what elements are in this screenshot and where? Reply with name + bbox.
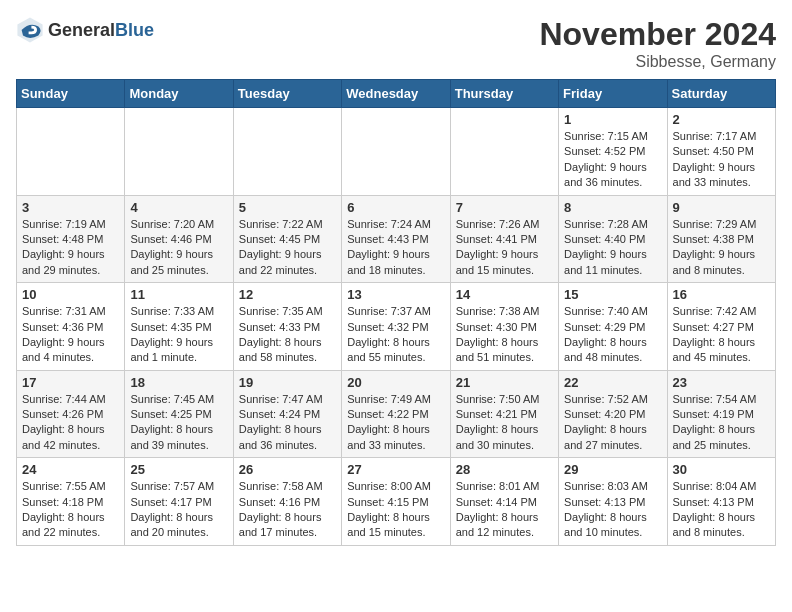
- calendar-cell: 3Sunrise: 7:19 AM Sunset: 4:48 PM Daylig…: [17, 195, 125, 283]
- calendar-cell: 23Sunrise: 7:54 AM Sunset: 4:19 PM Dayli…: [667, 370, 775, 458]
- page-header: GeneralBlue November 2024 Sibbesse, Germ…: [16, 16, 776, 71]
- calendar-cell: [125, 108, 233, 196]
- calendar-cell: 15Sunrise: 7:40 AM Sunset: 4:29 PM Dayli…: [559, 283, 667, 371]
- day-info: Sunrise: 7:20 AM Sunset: 4:46 PM Dayligh…: [130, 217, 227, 279]
- day-number: 22: [564, 375, 661, 390]
- calendar-week-row: 24Sunrise: 7:55 AM Sunset: 4:18 PM Dayli…: [17, 458, 776, 546]
- day-info: Sunrise: 8:03 AM Sunset: 4:13 PM Dayligh…: [564, 479, 661, 541]
- day-info: Sunrise: 7:28 AM Sunset: 4:40 PM Dayligh…: [564, 217, 661, 279]
- calendar-cell: 19Sunrise: 7:47 AM Sunset: 4:24 PM Dayli…: [233, 370, 341, 458]
- month-title: November 2024: [539, 16, 776, 53]
- day-number: 11: [130, 287, 227, 302]
- day-number: 16: [673, 287, 770, 302]
- day-info: Sunrise: 7:26 AM Sunset: 4:41 PM Dayligh…: [456, 217, 553, 279]
- day-number: 24: [22, 462, 119, 477]
- calendar-cell: 10Sunrise: 7:31 AM Sunset: 4:36 PM Dayli…: [17, 283, 125, 371]
- day-number: 26: [239, 462, 336, 477]
- logo-icon: [16, 16, 44, 44]
- day-number: 13: [347, 287, 444, 302]
- calendar-cell: 21Sunrise: 7:50 AM Sunset: 4:21 PM Dayli…: [450, 370, 558, 458]
- day-info: Sunrise: 7:15 AM Sunset: 4:52 PM Dayligh…: [564, 129, 661, 191]
- calendar-cell: 27Sunrise: 8:00 AM Sunset: 4:15 PM Dayli…: [342, 458, 450, 546]
- logo: GeneralBlue: [16, 16, 154, 44]
- day-info: Sunrise: 7:42 AM Sunset: 4:27 PM Dayligh…: [673, 304, 770, 366]
- calendar-cell: 16Sunrise: 7:42 AM Sunset: 4:27 PM Dayli…: [667, 283, 775, 371]
- day-number: 19: [239, 375, 336, 390]
- calendar-cell: 9Sunrise: 7:29 AM Sunset: 4:38 PM Daylig…: [667, 195, 775, 283]
- title-block: November 2024 Sibbesse, Germany: [539, 16, 776, 71]
- calendar-week-row: 17Sunrise: 7:44 AM Sunset: 4:26 PM Dayli…: [17, 370, 776, 458]
- calendar-week-row: 3Sunrise: 7:19 AM Sunset: 4:48 PM Daylig…: [17, 195, 776, 283]
- day-info: Sunrise: 7:50 AM Sunset: 4:21 PM Dayligh…: [456, 392, 553, 454]
- day-of-week-header: Sunday: [17, 80, 125, 108]
- day-info: Sunrise: 7:37 AM Sunset: 4:32 PM Dayligh…: [347, 304, 444, 366]
- calendar-cell: 28Sunrise: 8:01 AM Sunset: 4:14 PM Dayli…: [450, 458, 558, 546]
- day-number: 14: [456, 287, 553, 302]
- day-info: Sunrise: 7:33 AM Sunset: 4:35 PM Dayligh…: [130, 304, 227, 366]
- day-number: 15: [564, 287, 661, 302]
- day-number: 17: [22, 375, 119, 390]
- day-info: Sunrise: 7:17 AM Sunset: 4:50 PM Dayligh…: [673, 129, 770, 191]
- day-info: Sunrise: 7:31 AM Sunset: 4:36 PM Dayligh…: [22, 304, 119, 366]
- calendar-cell: [450, 108, 558, 196]
- day-of-week-header: Saturday: [667, 80, 775, 108]
- day-number: 12: [239, 287, 336, 302]
- day-info: Sunrise: 7:22 AM Sunset: 4:45 PM Dayligh…: [239, 217, 336, 279]
- calendar-cell: 1Sunrise: 7:15 AM Sunset: 4:52 PM Daylig…: [559, 108, 667, 196]
- calendar-cell: 29Sunrise: 8:03 AM Sunset: 4:13 PM Dayli…: [559, 458, 667, 546]
- calendar-cell: 4Sunrise: 7:20 AM Sunset: 4:46 PM Daylig…: [125, 195, 233, 283]
- day-number: 29: [564, 462, 661, 477]
- day-number: 6: [347, 200, 444, 215]
- day-number: 25: [130, 462, 227, 477]
- day-info: Sunrise: 7:54 AM Sunset: 4:19 PM Dayligh…: [673, 392, 770, 454]
- location-title: Sibbesse, Germany: [539, 53, 776, 71]
- day-number: 5: [239, 200, 336, 215]
- calendar-cell: 25Sunrise: 7:57 AM Sunset: 4:17 PM Dayli…: [125, 458, 233, 546]
- day-info: Sunrise: 7:45 AM Sunset: 4:25 PM Dayligh…: [130, 392, 227, 454]
- day-number: 1: [564, 112, 661, 127]
- logo-text-general: General: [48, 20, 115, 40]
- calendar-cell: 22Sunrise: 7:52 AM Sunset: 4:20 PM Dayli…: [559, 370, 667, 458]
- calendar-cell: [233, 108, 341, 196]
- day-info: Sunrise: 8:00 AM Sunset: 4:15 PM Dayligh…: [347, 479, 444, 541]
- day-of-week-header: Thursday: [450, 80, 558, 108]
- day-info: Sunrise: 7:24 AM Sunset: 4:43 PM Dayligh…: [347, 217, 444, 279]
- calendar-cell: 26Sunrise: 7:58 AM Sunset: 4:16 PM Dayli…: [233, 458, 341, 546]
- calendar-cell: 17Sunrise: 7:44 AM Sunset: 4:26 PM Dayli…: [17, 370, 125, 458]
- day-info: Sunrise: 7:35 AM Sunset: 4:33 PM Dayligh…: [239, 304, 336, 366]
- calendar-cell: 8Sunrise: 7:28 AM Sunset: 4:40 PM Daylig…: [559, 195, 667, 283]
- day-info: Sunrise: 7:55 AM Sunset: 4:18 PM Dayligh…: [22, 479, 119, 541]
- day-of-week-header: Tuesday: [233, 80, 341, 108]
- calendar-header-row: SundayMondayTuesdayWednesdayThursdayFrid…: [17, 80, 776, 108]
- day-info: Sunrise: 7:44 AM Sunset: 4:26 PM Dayligh…: [22, 392, 119, 454]
- day-number: 2: [673, 112, 770, 127]
- day-info: Sunrise: 7:52 AM Sunset: 4:20 PM Dayligh…: [564, 392, 661, 454]
- day-info: Sunrise: 8:04 AM Sunset: 4:13 PM Dayligh…: [673, 479, 770, 541]
- day-number: 8: [564, 200, 661, 215]
- day-info: Sunrise: 7:29 AM Sunset: 4:38 PM Dayligh…: [673, 217, 770, 279]
- calendar-cell: 12Sunrise: 7:35 AM Sunset: 4:33 PM Dayli…: [233, 283, 341, 371]
- day-number: 4: [130, 200, 227, 215]
- calendar-cell: 24Sunrise: 7:55 AM Sunset: 4:18 PM Dayli…: [17, 458, 125, 546]
- day-of-week-header: Friday: [559, 80, 667, 108]
- day-info: Sunrise: 7:40 AM Sunset: 4:29 PM Dayligh…: [564, 304, 661, 366]
- day-number: 21: [456, 375, 553, 390]
- calendar-week-row: 10Sunrise: 7:31 AM Sunset: 4:36 PM Dayli…: [17, 283, 776, 371]
- day-info: Sunrise: 7:19 AM Sunset: 4:48 PM Dayligh…: [22, 217, 119, 279]
- day-info: Sunrise: 8:01 AM Sunset: 4:14 PM Dayligh…: [456, 479, 553, 541]
- day-number: 20: [347, 375, 444, 390]
- day-number: 27: [347, 462, 444, 477]
- day-of-week-header: Wednesday: [342, 80, 450, 108]
- day-info: Sunrise: 7:58 AM Sunset: 4:16 PM Dayligh…: [239, 479, 336, 541]
- calendar-cell: 13Sunrise: 7:37 AM Sunset: 4:32 PM Dayli…: [342, 283, 450, 371]
- day-number: 30: [673, 462, 770, 477]
- day-info: Sunrise: 7:38 AM Sunset: 4:30 PM Dayligh…: [456, 304, 553, 366]
- day-number: 10: [22, 287, 119, 302]
- calendar-cell: 20Sunrise: 7:49 AM Sunset: 4:22 PM Dayli…: [342, 370, 450, 458]
- day-number: 7: [456, 200, 553, 215]
- day-of-week-header: Monday: [125, 80, 233, 108]
- calendar-table: SundayMondayTuesdayWednesdayThursdayFrid…: [16, 79, 776, 546]
- day-number: 23: [673, 375, 770, 390]
- day-number: 9: [673, 200, 770, 215]
- calendar-cell: 30Sunrise: 8:04 AM Sunset: 4:13 PM Dayli…: [667, 458, 775, 546]
